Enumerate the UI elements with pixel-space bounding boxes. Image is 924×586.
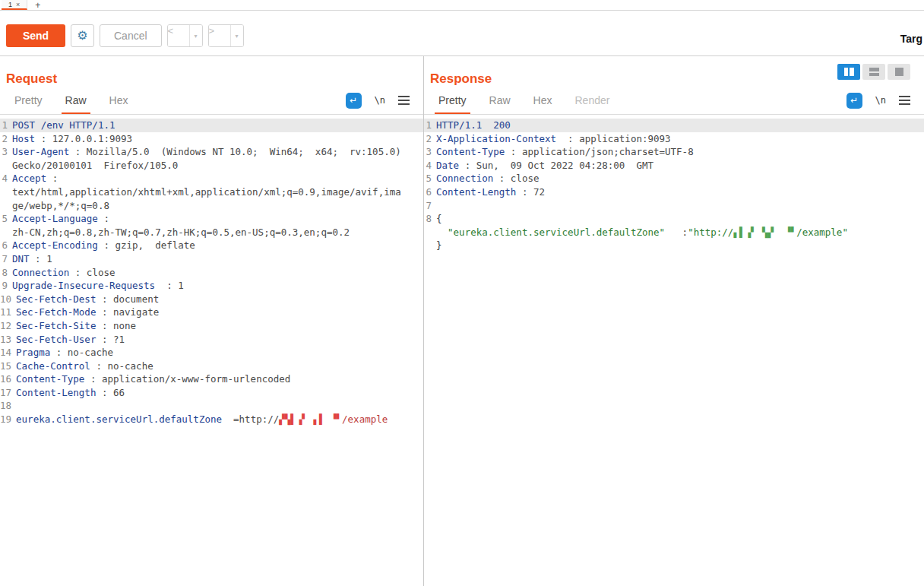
response-panel: Response Pretty Raw Hex Render ↵ \n 1HTT…: [424, 56, 924, 586]
code-line[interactable]: 4Accept :: [0, 172, 423, 185]
code-text: Upgrade-Insecure-Requests : 1: [12, 279, 423, 293]
newline-toggle-icon[interactable]: \n: [375, 95, 385, 106]
forward-dropdown-icon[interactable]: ▾: [230, 25, 243, 46]
request-tab-hex[interactable]: Hex: [98, 87, 140, 114]
rows-layout-icon: [869, 68, 879, 76]
code-text: Sec-Fetch-Dest : document: [16, 293, 423, 306]
code-line[interactable]: 1HTTP/1.1 200: [424, 119, 924, 132]
code-line[interactable]: 6Accept-Encoding : gzip, deflate: [0, 239, 423, 252]
code-line[interactable]: 4Date : Sun, 09 Oct 2022 04:28:00 GMT: [424, 159, 924, 173]
line-number: [424, 239, 436, 252]
code-line[interactable]: "eureka.client.serviceUrl.defaultZone" :…: [424, 226, 924, 239]
tab-close-icon[interactable]: ×: [16, 1, 20, 8]
back-button-group: < ▾: [167, 24, 203, 47]
editor-menu-icon[interactable]: [899, 96, 910, 105]
request-tab-pretty[interactable]: Pretty: [3, 87, 54, 114]
code-line[interactable]: 10Sec-Fetch-Dest : document: [0, 293, 423, 306]
code-text: [436, 199, 924, 213]
code-line[interactable]: Gecko/20100101 Firefox/105.0: [0, 159, 423, 173]
code-line[interactable]: 5Accept-Language :: [0, 212, 423, 226]
code-text: Gecko/20100101 Firefox/105.0: [12, 159, 423, 173]
code-line[interactable]: 16Content-Type : application/x-www-form-…: [0, 372, 423, 386]
gear-icon: ⚙: [77, 30, 87, 42]
code-line[interactable]: 13Sec-Fetch-User : ?1: [0, 333, 423, 347]
code-text: {: [436, 212, 924, 226]
newline-toggle-icon[interactable]: \n: [875, 95, 886, 106]
repeater-tab-1[interactable]: 1 ×: [2, 0, 27, 10]
code-line[interactable]: text/html,application/xhtml+xml,applicat…: [0, 185, 423, 199]
code-text: User-Agent : Mozilla/5.0 (Windows NT 10.…: [12, 145, 423, 159]
toolbar: Send ⚙ Cancel < ▾ > ▾ Targ: [0, 11, 924, 56]
code-line[interactable]: 18: [0, 399, 423, 413]
code-line[interactable]: 7: [424, 199, 924, 213]
settings-button[interactable]: ⚙: [71, 24, 94, 47]
layout-columns-button[interactable]: [837, 64, 860, 80]
code-line[interactable]: 15Cache-Control : no-cache: [0, 360, 423, 373]
code-line[interactable]: 3Content-Type : application/json;charset…: [424, 145, 924, 159]
code-line[interactable]: 9Upgrade-Insecure-Requests : 1: [0, 279, 423, 293]
code-line[interactable]: 19eureka.client.serviceUrl.defaultZone =…: [0, 413, 423, 426]
response-tab-render[interactable]: Render: [564, 87, 622, 114]
line-number: 2: [0, 132, 12, 146]
code-line[interactable]: 8Connection : close: [0, 266, 423, 280]
code-text: [16, 399, 423, 413]
line-number: 13: [0, 333, 16, 347]
code-text: Sec-Fetch-Site : none: [16, 319, 423, 333]
code-line[interactable]: 11Sec-Fetch-Mode : navigate: [0, 306, 423, 319]
code-line[interactable]: 2Host : 127.0.0.1:9093: [0, 132, 423, 146]
layout-single-button[interactable]: [888, 64, 910, 80]
code-text: Date : Sun, 09 Oct 2022 04:28:00 GMT: [436, 159, 924, 173]
cancel-button[interactable]: Cancel: [100, 24, 162, 47]
new-tab-button[interactable]: +: [27, 0, 48, 10]
code-line[interactable]: zh-CN,zh;q=0.8,zh-TW;q=0.7,zh-HK;q=0.5,e…: [0, 226, 423, 239]
request-header: Request: [0, 56, 423, 87]
code-line[interactable]: 12Sec-Fetch-Site : none: [0, 319, 423, 333]
request-tab-raw[interactable]: Raw: [54, 87, 98, 114]
line-number: 1: [0, 119, 12, 132]
code-line[interactable]: 6Content-Length : 72: [424, 185, 924, 199]
wrap-toggle-icon[interactable]: ↵: [846, 93, 862, 109]
main-split: Request Pretty Raw Hex ↵ \n 1POST /env H…: [0, 56, 924, 586]
response-tab-pretty[interactable]: Pretty: [427, 87, 478, 114]
code-text: eureka.client.serviceUrl.defaultZone =ht…: [16, 413, 423, 426]
line-number: 16: [0, 372, 16, 386]
code-line[interactable]: 5Connection : close: [424, 172, 924, 185]
response-tab-raw[interactable]: Raw: [478, 87, 522, 114]
request-title: Request: [6, 71, 417, 87]
code-line[interactable]: 7DNT : 1: [0, 252, 423, 266]
response-tab-hex[interactable]: Hex: [522, 87, 564, 114]
code-line[interactable]: 14Pragma : no-cache: [0, 346, 423, 360]
line-number: 4: [424, 159, 436, 173]
send-button[interactable]: Send: [6, 24, 65, 47]
code-line[interactable]: 2X-Application-Context : application:909…: [424, 132, 924, 146]
back-dropdown-icon[interactable]: ▾: [189, 25, 202, 46]
code-line[interactable]: 8{: [424, 212, 924, 226]
line-number: 6: [0, 239, 12, 252]
forward-button[interactable]: >: [209, 25, 230, 47]
wrap-toggle-icon[interactable]: ↵: [346, 93, 362, 109]
line-number: [0, 159, 12, 173]
line-number: 8: [0, 266, 12, 280]
layout-rows-button[interactable]: [862, 64, 885, 80]
code-text: Cache-Control : no-cache: [16, 360, 423, 373]
request-editor[interactable]: 1POST /env HTTP/1.12Host : 127.0.0.1:909…: [0, 115, 423, 586]
code-line[interactable]: 17Content-Length : 66: [0, 386, 423, 400]
line-number: 5: [0, 212, 12, 226]
line-number: [424, 226, 436, 239]
line-number: 5: [424, 172, 436, 185]
code-line[interactable]: 1POST /env HTTP/1.1: [0, 119, 423, 132]
code-text: POST /env HTTP/1.1: [12, 119, 423, 132]
back-button[interactable]: <: [168, 25, 189, 47]
code-line[interactable]: }: [424, 239, 924, 252]
code-line[interactable]: ge/webp,*/*;q=0.8: [0, 199, 423, 213]
code-text: Connection : close: [436, 172, 924, 185]
line-number: [0, 226, 12, 239]
response-editor[interactable]: 1HTTP/1.1 2002X-Application-Context : ap…: [424, 115, 924, 586]
code-text: Content-Length : 72: [436, 185, 924, 199]
code-text: Sec-Fetch-User : ?1: [16, 333, 423, 347]
editor-menu-icon[interactable]: [398, 96, 410, 105]
code-line[interactable]: 3User-Agent : Mozilla/5.0 (Windows NT 10…: [0, 145, 423, 159]
line-number: 1: [424, 119, 436, 132]
code-text: Accept-Language :: [12, 212, 423, 226]
code-text: Content-Type : application/json;charset=…: [436, 145, 924, 159]
